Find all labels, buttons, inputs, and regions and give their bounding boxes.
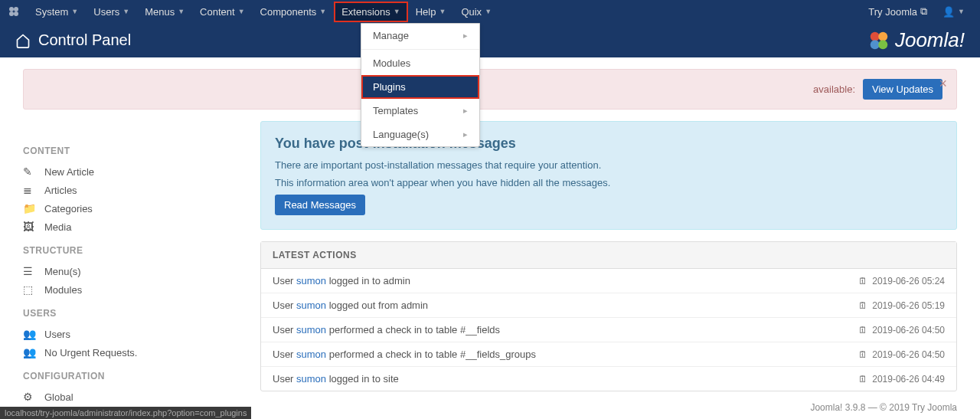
latest-actions-panel: LATEST ACTIONS User sumon logged in to a… xyxy=(260,241,957,391)
main-content: You have post-installation messages Ther… xyxy=(260,121,980,419)
latest-row: User sumon performed a check in to table… xyxy=(261,342,956,367)
svg-point-4 xyxy=(871,31,880,41)
page-header: Control Panel Joomla! xyxy=(0,23,980,57)
sidebar-modules[interactable]: ⬚Modules xyxy=(23,280,237,299)
caret-icon: ▼ xyxy=(394,8,400,15)
user-link[interactable]: sumon xyxy=(296,275,326,286)
pencil-icon: ✎ xyxy=(23,165,37,178)
nav-extensions[interactable]: Extensions▼ xyxy=(334,2,408,22)
sidebar-global[interactable]: ⚙Global xyxy=(23,388,237,406)
nav-system[interactable]: System▼ xyxy=(28,2,86,22)
user-link[interactable]: sumon xyxy=(296,324,326,336)
chevron-right-icon: ▸ xyxy=(463,106,468,116)
joomla-logo: Joomla! xyxy=(867,28,965,52)
svg-point-5 xyxy=(878,31,887,41)
view-updates-button[interactable]: View Updates xyxy=(863,79,942,100)
svg-point-2 xyxy=(9,11,14,16)
latest-row: User sumon logged in to site 🗓2019-06-26… xyxy=(261,367,956,391)
dropdown-plugins[interactable]: Plugins xyxy=(361,75,479,99)
sidebar-heading-config: CONFIGURATION xyxy=(23,371,237,381)
extensions-dropdown: Manage▸ Modules Plugins Templates▸ Langu… xyxy=(361,23,480,147)
sidebar-heading-users: USERS xyxy=(23,308,237,319)
list-icon: ☰ xyxy=(23,265,37,277)
nav-menus[interactable]: Menus▼ xyxy=(137,2,192,22)
svg-point-3 xyxy=(14,11,18,16)
joomla-small-icon xyxy=(8,5,20,18)
svg-point-6 xyxy=(871,40,880,49)
svg-point-0 xyxy=(9,7,14,11)
caret-icon: ▼ xyxy=(485,8,492,15)
dropdown-modules[interactable]: Modules xyxy=(361,51,479,75)
dropdown-languages[interactable]: Language(s)▸ xyxy=(361,123,479,146)
calendar-icon: 🗓 xyxy=(858,276,867,286)
sidebar-no-urgent[interactable]: 👥No Urgent Requests. xyxy=(23,343,237,362)
latest-row: User sumon logged in to admin 🗓2019-06-2… xyxy=(261,269,956,293)
caret-icon: ▼ xyxy=(178,8,185,15)
top-navbar: System▼ Users▼ Menus▼ Content▼ Component… xyxy=(0,0,980,23)
sidebar: CONTENT ✎New Article ≣Articles 📁Categori… xyxy=(0,121,260,419)
updates-alert: available: View Updates × xyxy=(23,69,957,110)
nav-help[interactable]: Help▼ xyxy=(408,2,454,22)
sidebar-users[interactable]: 👥Users xyxy=(23,325,237,343)
latest-row: User sumon performed a check in to table… xyxy=(261,318,956,342)
sidebar-articles[interactable]: ≣Articles xyxy=(23,181,237,199)
caret-icon: ▼ xyxy=(439,8,446,15)
nav-components[interactable]: Components▼ xyxy=(253,2,335,22)
cube-icon: ⬚ xyxy=(23,283,37,296)
user-menu[interactable]: 👤▼ xyxy=(935,2,972,22)
dropdown-manage[interactable]: Manage▸ xyxy=(361,24,479,47)
sidebar-heading-structure: STRUCTURE xyxy=(23,245,237,256)
alert-text: available: xyxy=(813,83,855,95)
user-icon: 👥 xyxy=(23,346,37,358)
calendar-icon: 🗓 xyxy=(858,325,867,336)
stack-icon: ≣ xyxy=(23,184,37,196)
user-link[interactable]: sumon xyxy=(296,300,326,311)
caret-icon: ▼ xyxy=(238,8,245,15)
try-joomla-link[interactable]: Try Joomla⧉ xyxy=(861,1,935,22)
gear-icon: ⚙ xyxy=(23,391,37,403)
caret-icon: ▼ xyxy=(122,8,129,15)
browser-statusbar: localhost/try-joomla/administrator/index… xyxy=(0,407,251,419)
calendar-icon: 🗓 xyxy=(858,300,867,311)
footer-text: Joomla! 3.9.8 — © 2019 Try Joomla xyxy=(810,402,957,413)
user-link[interactable]: sumon xyxy=(296,373,326,385)
read-messages-button[interactable]: Read Messages xyxy=(275,195,365,215)
user-icon: 👥 xyxy=(23,328,37,340)
user-link[interactable]: sumon xyxy=(296,349,326,360)
latest-row: User sumon logged out from admin 🗓2019-0… xyxy=(261,293,956,318)
svg-point-7 xyxy=(878,40,887,49)
post-install-line2: This information area won't appear when … xyxy=(275,177,942,188)
latest-actions-heading: LATEST ACTIONS xyxy=(261,242,956,269)
nav-quix[interactable]: Quix▼ xyxy=(453,2,499,22)
joomla-logo-icon xyxy=(867,29,890,52)
calendar-icon: 🗓 xyxy=(858,374,867,385)
external-link-icon: ⧉ xyxy=(920,5,927,18)
sidebar-menus[interactable]: ☰Menu(s) xyxy=(23,262,237,280)
close-icon[interactable]: × xyxy=(939,76,947,92)
caret-icon: ▼ xyxy=(71,8,78,15)
image-icon: 🖼 xyxy=(23,221,37,233)
chevron-right-icon: ▸ xyxy=(463,129,468,139)
sidebar-heading-content: CONTENT xyxy=(23,146,237,156)
nav-users[interactable]: Users▼ xyxy=(86,2,137,22)
svg-point-1 xyxy=(14,7,18,11)
home-icon xyxy=(15,33,31,48)
sidebar-categories[interactable]: 📁Categories xyxy=(23,199,237,218)
post-install-line1: There are important post-installation me… xyxy=(275,159,942,171)
caret-icon: ▼ xyxy=(958,8,965,15)
chevron-right-icon: ▸ xyxy=(463,31,468,41)
dropdown-templates[interactable]: Templates▸ xyxy=(361,99,479,123)
sidebar-new-article[interactable]: ✎New Article xyxy=(23,162,237,181)
nav-content[interactable]: Content▼ xyxy=(192,2,252,22)
sidebar-media[interactable]: 🖼Media xyxy=(23,218,237,236)
caret-icon: ▼ xyxy=(319,8,326,15)
user-icon: 👤 xyxy=(942,6,955,18)
calendar-icon: 🗓 xyxy=(858,349,867,360)
folder-icon: 📁 xyxy=(23,202,37,214)
